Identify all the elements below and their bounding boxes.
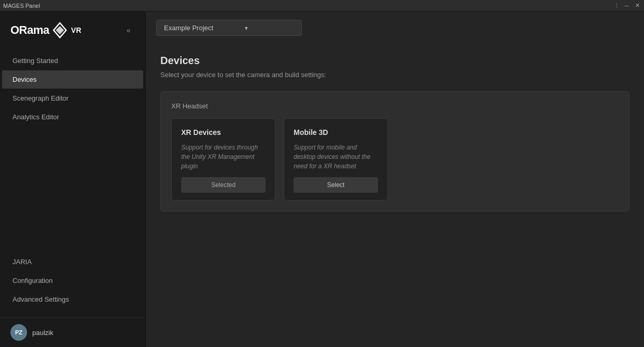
username-label: paulzik bbox=[32, 329, 53, 337]
title-bar-title: MAGES Panel bbox=[3, 3, 40, 9]
title-bar: MAGES Panel ⋮ ─ ✕ bbox=[0, 0, 644, 11]
logo-diamond-icon bbox=[52, 22, 68, 39]
device-section: XR Headset XR Devices Support for device… bbox=[160, 91, 629, 212]
app-layout: ORama VR « Getting Started Devices Scene… bbox=[0, 11, 644, 347]
sidebar-item-configuration[interactable]: Configuration bbox=[2, 271, 143, 290]
mobile-card-desc: Support for mobile and desktop devices w… bbox=[294, 143, 378, 171]
nav-section-bottom: JARIA Configuration Advanced Settings bbox=[0, 252, 145, 313]
logo-text: ORama bbox=[10, 23, 49, 37]
close-button[interactable]: ✕ bbox=[634, 2, 641, 9]
sidebar: ORama VR « Getting Started Devices Scene… bbox=[0, 11, 146, 347]
xr-card-desc: Support for devices through the Unity XR… bbox=[181, 143, 266, 171]
sidebar-item-analytics-editor[interactable]: Analytics Editor bbox=[2, 108, 143, 126]
sidebar-footer: PZ paulzik bbox=[0, 317, 145, 347]
user-avatar: PZ bbox=[10, 324, 27, 341]
sidebar-item-scenegraph-editor[interactable]: Scenegraph Editor bbox=[2, 89, 143, 107]
menu-button[interactable]: ⋮ bbox=[613, 2, 620, 9]
sidebar-item-jaria[interactable]: JARIA bbox=[2, 253, 143, 271]
mobile-select-button[interactable]: Select bbox=[294, 177, 378, 193]
sidebar-nav: Getting Started Devices Scenegraph Edito… bbox=[0, 47, 145, 317]
sidebar-item-devices[interactable]: Devices bbox=[2, 70, 143, 89]
device-cards: XR Devices Support for devices through t… bbox=[171, 118, 618, 201]
main-body: Devices Select your device to set the ca… bbox=[146, 44, 644, 347]
page-subtitle: Select your device to set the camera and… bbox=[160, 71, 629, 79]
project-dropdown[interactable]: Example Project ▾ bbox=[156, 20, 302, 36]
project-name: Example Project bbox=[164, 24, 213, 32]
device-card-mobile: Mobile 3D Support for mobile and desktop… bbox=[284, 118, 388, 201]
main-content: Example Project ▾ Devices Select your de… bbox=[146, 11, 644, 347]
sidebar-header: ORama VR « bbox=[0, 11, 145, 47]
section-label: XR Headset bbox=[171, 102, 618, 110]
nav-section-top: Getting Started Devices Scenegraph Edito… bbox=[0, 51, 145, 252]
title-bar-controls: ⋮ ─ ✕ bbox=[613, 2, 641, 9]
device-card-xr: XR Devices Support for devices through t… bbox=[171, 118, 275, 201]
minimize-button[interactable]: ─ bbox=[623, 2, 630, 9]
sidebar-item-getting-started[interactable]: Getting Started bbox=[2, 52, 143, 70]
main-toolbar: Example Project ▾ bbox=[146, 11, 644, 44]
xr-card-title: XR Devices bbox=[181, 128, 266, 137]
page-title: Devices bbox=[160, 55, 629, 67]
title-bar-left: MAGES Panel bbox=[3, 3, 40, 9]
collapse-sidebar-button[interactable]: « bbox=[122, 24, 135, 36]
logo-vr-text: VR bbox=[71, 26, 81, 34]
dropdown-arrow-icon: ▾ bbox=[245, 24, 248, 32]
mobile-card-title: Mobile 3D bbox=[294, 128, 378, 137]
sidebar-item-advanced-settings[interactable]: Advanced Settings bbox=[2, 290, 143, 308]
logo: ORama VR bbox=[10, 22, 81, 39]
xr-selected-button[interactable]: Selected bbox=[181, 177, 266, 193]
